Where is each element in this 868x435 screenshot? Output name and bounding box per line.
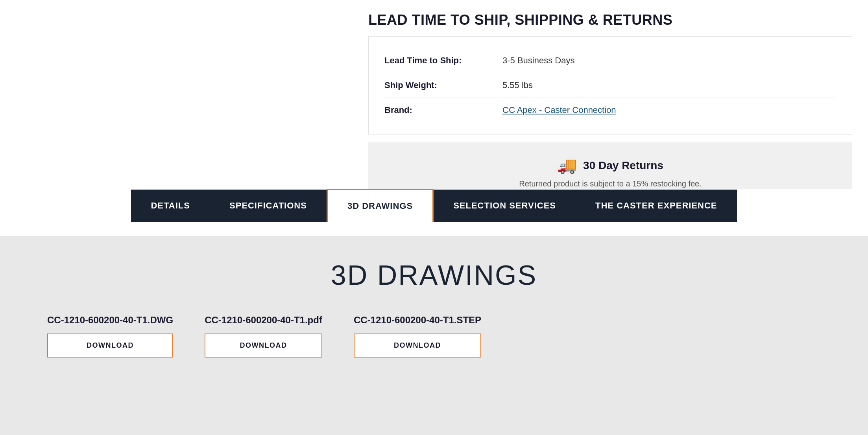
drawings-title: 3D DRAWINGS [39,260,829,291]
download-button-dwg[interactable]: DOWNLOAD [47,334,173,358]
tab-3d-drawings[interactable]: 3D DRAWINGS [327,189,434,222]
tab-selection-services[interactable]: SELECTION SERVICES [434,190,576,222]
brand-link[interactable]: CC Apex - Caster Connection [502,105,616,115]
lead-time-value: 3-5 Business Days [502,55,574,66]
returns-title-row: 🚚 30 Day Returns [557,156,663,175]
shipping-row-weight: Ship Weight: 5.55 lbs [384,73,836,98]
ship-weight-value: 5.55 lbs [502,80,533,90]
returns-title: 30 Day Returns [583,159,663,172]
drawing-item-step: CC-1210-600200-40-T1.STEP DOWNLOAD [354,315,481,358]
tab-details[interactable]: DETAILS [131,190,209,222]
tab-specifications[interactable]: SPECIFICATIONS [210,190,327,222]
lead-time-label: Lead Time to Ship: [384,55,502,66]
download-button-step[interactable]: DOWNLOAD [354,334,481,358]
returns-subtitle: Returned product is subject to a 15% res… [519,179,702,188]
brand-label: Brand: [384,105,502,115]
shipping-title: LEAD TIME TO SHIP, SHIPPING & RETURNS [368,12,852,28]
drawing-item-dwg: CC-1210-600200-40-T1.DWG DOWNLOAD [47,315,173,358]
shipping-row-lead-time: Lead Time to Ship: 3-5 Business Days [384,48,836,73]
shipping-section: LEAD TIME TO SHIP, SHIPPING & RETURNS Le… [353,0,868,202]
truck-icon: 🚚 [557,156,577,175]
brand-value: CC Apex - Caster Connection [502,105,616,115]
tabs-section: DETAILS SPECIFICATIONS 3D DRAWINGS SELEC… [0,189,868,222]
shipping-details-box: Lead Time to Ship: 3-5 Business Days Shi… [368,36,852,135]
shipping-header: LEAD TIME TO SHIP, SHIPPING & RETURNS [353,0,868,36]
drawing-item-pdf: CC-1210-600200-40-T1.pdf DOWNLOAD [205,315,322,358]
drawings-section: 3D DRAWINGS CC-1210-600200-40-T1.DWG DOW… [0,236,868,435]
drawing-filename-dwg: CC-1210-600200-40-T1.DWG [47,315,173,326]
returns-inner: 🚚 30 Day Returns Returned product is sub… [519,156,702,188]
drawing-filename-step: CC-1210-600200-40-T1.STEP [354,315,481,326]
drawings-grid: CC-1210-600200-40-T1.DWG DOWNLOAD CC-121… [39,315,829,358]
page-wrapper: LEAD TIME TO SHIP, SHIPPING & RETURNS Le… [0,0,868,435]
drawing-filename-pdf: CC-1210-600200-40-T1.pdf [205,315,322,326]
download-button-pdf[interactable]: DOWNLOAD [205,334,322,358]
tab-caster-experience[interactable]: THE CASTER EXPERIENCE [576,190,737,222]
ship-weight-label: Ship Weight: [384,80,502,90]
shipping-row-brand: Brand: CC Apex - Caster Connection [384,98,836,122]
